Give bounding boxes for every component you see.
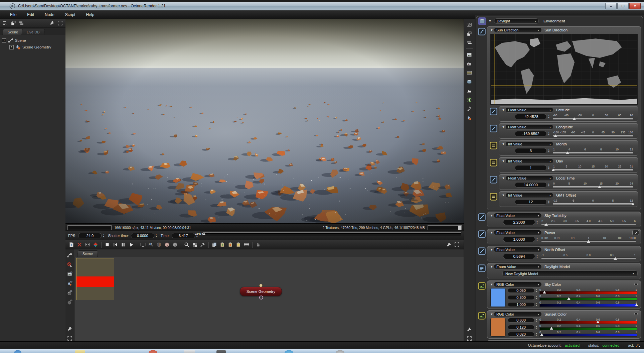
slider[interactable]: -180-135-90-4504590135180 xyxy=(553,131,633,137)
slider-handle[interactable] xyxy=(566,151,569,154)
float-node-icon[interactable] xyxy=(490,108,497,115)
channel-slider-g[interactable]: 00.20.40.60.81 xyxy=(539,324,637,330)
restore-button[interactable]: ❐ xyxy=(617,3,629,9)
tree-item-scene-geometry[interactable]: + Scene Geometry xyxy=(2,44,65,50)
value-stepper[interactable]: ▲▼ xyxy=(548,132,550,136)
fps-stepper[interactable]: ▲▼ xyxy=(103,234,105,238)
node-graph-editor[interactable]: Scene Scene Geometry xyxy=(65,249,464,345)
resize-viewport-icon[interactable] xyxy=(84,241,91,248)
value-stepper[interactable]: ▲▼ xyxy=(535,332,537,336)
clay-mode-icon[interactable] xyxy=(163,241,171,248)
environment-icon[interactable] xyxy=(478,17,486,25)
value-field[interactable]: 3 xyxy=(515,148,547,153)
collapse-arrow-icon[interactable]: ▼ xyxy=(501,194,505,197)
value-stepper[interactable]: ▲▼ xyxy=(536,254,538,258)
node-type-dropdown[interactable]: Enum Value▾ xyxy=(494,264,542,269)
menu-item-file[interactable]: File xyxy=(5,11,22,18)
film-save-icon[interactable] xyxy=(243,241,250,248)
expand-box-icon[interactable]: + xyxy=(9,45,14,49)
scene-geometry-node[interactable]: Scene Geometry xyxy=(240,287,282,296)
channel-slider-r[interactable]: 00.20.40.60.81 xyxy=(539,288,637,294)
node-type-dropdown[interactable]: Float Value▾ xyxy=(494,230,542,235)
node-type-dropdown[interactable]: RGB Color▾ xyxy=(494,312,542,317)
value-field[interactable]: 14.0000 xyxy=(515,182,547,188)
channel-slider-r[interactable]: 00.20.40.60.81 xyxy=(539,318,637,324)
pick-color-icon[interactable] xyxy=(92,241,99,248)
int-node-icon[interactable] xyxy=(490,159,497,166)
float-node-icon[interactable] xyxy=(478,28,486,35)
slider-handle[interactable] xyxy=(596,321,600,323)
settings-icon[interactable] xyxy=(66,325,73,333)
taskbar-icon[interactable] xyxy=(216,350,226,353)
copy-node-icon[interactable] xyxy=(227,241,234,248)
node-type-dropdown[interactable]: Int Value▾ xyxy=(505,158,553,164)
taskbar-icon[interactable] xyxy=(285,350,293,353)
channel-slider-b[interactable]: 00.20.40.60.81 xyxy=(539,331,637,337)
node-type-dropdown[interactable]: RGB Color▾ xyxy=(494,282,542,287)
node-type-dropdown[interactable]: Float Value▾ xyxy=(494,213,542,218)
collapse-arrow-icon[interactable]: ▼ xyxy=(490,248,494,251)
node-connector-icon[interactable] xyxy=(66,252,73,259)
title-bar[interactable]: C:\Users\Sam\Desktop\OCTANE\enrico\ruby_… xyxy=(0,2,644,11)
tree-item-scene[interactable]: - Scene xyxy=(2,37,65,44)
value-field[interactable]: 1.0000 xyxy=(503,237,535,242)
imager-icon[interactable] xyxy=(466,105,473,113)
minimize-button[interactable]: – xyxy=(605,3,617,9)
value-stepper[interactable]: ▲▼ xyxy=(536,237,538,241)
render-target-icon[interactable] xyxy=(466,21,473,28)
stop-icon[interactable] xyxy=(104,241,111,248)
copy-icon[interactable] xyxy=(211,241,218,248)
slider-handle[interactable] xyxy=(598,186,601,188)
node-type-dropdown[interactable]: Int Value▾ xyxy=(505,193,553,198)
node-output-port[interactable] xyxy=(259,284,263,287)
settings-icon[interactable] xyxy=(466,326,473,333)
node-input-port[interactable] xyxy=(259,296,263,300)
fullscreen-icon[interactable] xyxy=(453,241,461,248)
menu-item-script[interactable]: Script xyxy=(60,11,81,18)
slider-handle[interactable] xyxy=(567,297,571,300)
value-stepper[interactable]: ▲▼ xyxy=(548,200,550,204)
shutter-field[interactable]: 0.0000 xyxy=(131,233,154,238)
channel-value-field[interactable]: 0.600 xyxy=(508,318,534,323)
node-type-dropdown[interactable]: Float Value▾ xyxy=(505,124,553,130)
windows-taskbar[interactable] xyxy=(0,349,644,353)
collapse-arrow-icon[interactable]: ▼ xyxy=(501,159,505,163)
node-type-dropdown[interactable]: Int Value▾ xyxy=(505,141,553,147)
collapse-arrow-icon[interactable]: ▼ xyxy=(490,313,494,316)
channel-slider-g[interactable]: 00.20.40.60.81 xyxy=(539,295,637,301)
render-view-icon[interactable] xyxy=(66,270,73,278)
value-stepper[interactable]: ▲▼ xyxy=(548,183,550,187)
enum-dropdown[interactable]: New Daylight Model▼ xyxy=(502,270,638,277)
slider-handle[interactable] xyxy=(544,223,548,226)
layers-icon[interactable] xyxy=(466,39,473,46)
slider[interactable]: 0.0010.010.11101001000 xyxy=(541,236,636,242)
image-texture-icon[interactable] xyxy=(466,51,473,58)
value-stepper[interactable]: ▲▼ xyxy=(535,325,537,329)
render-viewport[interactable] xyxy=(65,19,464,223)
taskbar-icon[interactable] xyxy=(75,350,85,353)
node-type-dropdown[interactable]: Float Value▾ xyxy=(505,175,553,181)
tree-view-icon[interactable] xyxy=(2,19,9,27)
log-scale-icon[interactable] xyxy=(632,230,639,235)
menu-item-edit[interactable]: Edit xyxy=(22,11,39,18)
pause-icon[interactable] xyxy=(120,241,127,248)
display-mode-icon[interactable] xyxy=(139,241,147,248)
environment-icon[interactable] xyxy=(466,78,473,86)
slider-handle[interactable] xyxy=(631,203,635,205)
slider[interactable]: 151015202531 xyxy=(553,165,633,171)
collapse-arrow-icon[interactable]: ▼ xyxy=(501,142,505,146)
float-node-icon[interactable] xyxy=(490,176,497,184)
subsampling-icon[interactable] xyxy=(171,241,179,248)
slider-handle[interactable] xyxy=(550,327,553,330)
collapse-arrow-icon[interactable]: ▼ xyxy=(501,125,505,129)
lock-resolution-icon[interactable] xyxy=(255,241,262,248)
settings-icon[interactable] xyxy=(445,241,453,248)
slider[interactable]: -12-50512 xyxy=(553,199,633,205)
texture-node-icon[interactable] xyxy=(478,282,486,290)
channel-slider-b[interactable]: 00.20.40.60.81 xyxy=(539,301,637,307)
menu-item-node[interactable]: Node xyxy=(39,11,60,18)
slider[interactable]: -90-60-300306090 xyxy=(553,114,633,120)
shutter-stepper[interactable]: ▲▼ xyxy=(155,234,157,238)
channel-value-field[interactable]: 1.000 xyxy=(508,302,534,307)
restart-icon[interactable] xyxy=(112,241,119,248)
